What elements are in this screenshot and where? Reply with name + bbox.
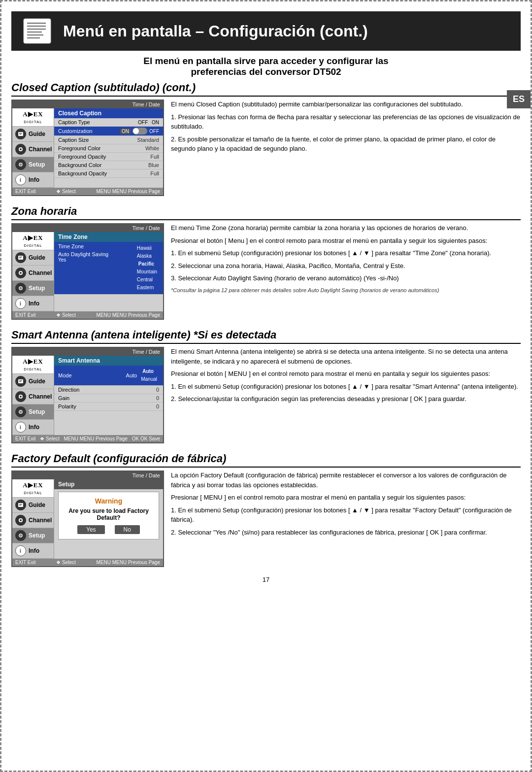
tz-sidebar-info: i Info <box>12 296 54 311</box>
svg-point-37 <box>20 535 21 536</box>
sa-sidebar-guide: Guide <box>12 374 54 389</box>
apex-logo-sa: A▶EX DIGITAL <box>12 356 54 374</box>
closed-caption-title: Closed Caption (subtitulado) (cont.) <box>11 81 521 97</box>
channel-icon-fd <box>15 515 26 526</box>
cc-row-bg-opacity: Background Opacity Full <box>54 169 163 178</box>
cc-description: El menú Closed Caption (subtitulado) per… <box>171 100 521 196</box>
channel-icon-tz <box>15 268 26 278</box>
fd-warning-text: Are you sure to load Factory Default? <box>64 507 154 521</box>
tz-main-panel: Time Zone Time Zone Auto Daylight Saving… <box>54 232 163 311</box>
smart-option-manual: Manual <box>141 375 157 383</box>
fd-btn-no[interactable]: No <box>115 525 140 534</box>
tz-options-list: Hawaii Alaska Pacific Mountain Central E… <box>135 243 159 293</box>
setup-icon-cc <box>15 159 26 170</box>
smart-antenna-content: Time / Date A▶EX DIGITAL Guide <box>11 347 521 443</box>
tz-option-eastern: Eastern <box>137 284 157 292</box>
closed-caption-menu: Time / Date A▶EX DIGITAL Guide <box>11 100 164 196</box>
info-icon-fd: i <box>15 545 26 556</box>
sa-description: El menú Smart Antenna (antena inteligent… <box>171 347 521 443</box>
smart-antenna-title: Smart Antenna (antena inteligente) *Si e… <box>11 329 521 344</box>
info-icon-sa: i <box>15 422 26 433</box>
cc-row-fg-opacity: Foreground Opacity Full <box>54 153 163 161</box>
tz-option-alaska: Alaska <box>137 252 157 260</box>
tz-description: El menú Time Zone (zona horaria) permite… <box>171 223 521 320</box>
sa-sidebar: A▶EX DIGITAL Guide Channel <box>12 356 54 435</box>
zona-horaria-menu: Time / Date A▶EX DIGITAL Guide <box>11 223 164 320</box>
svg-point-21 <box>20 288 21 289</box>
fd-panel-title: Setup <box>54 479 163 489</box>
factory-default-menu: Time / Date A▶EX DIGITAL Guide <box>11 470 164 567</box>
page-number: 17 <box>11 576 521 583</box>
svg-rect-0 <box>24 19 51 43</box>
apex-logo-fd: A▶EX DIGITAL <box>12 479 54 498</box>
page-title: Menú en pantalla – Configuración (cont.) <box>63 22 368 40</box>
info-icon-cc: i <box>15 174 26 185</box>
zona-horaria-content: Time / Date A▶EX DIGITAL Guide <box>11 223 521 320</box>
cc-row-caption-type: Caption Type OFF ON <box>54 118 163 127</box>
cc-customization-toggle: ON OFF <box>120 128 159 134</box>
svg-point-35 <box>20 519 22 521</box>
svg-point-29 <box>20 411 21 412</box>
guide-icon-fd <box>15 500 26 510</box>
manual-icon <box>21 16 56 46</box>
tz-option-hawaii: Hawaii <box>137 244 157 252</box>
tz-time-date: Time / Date <box>12 224 163 232</box>
tz-menu-inner: A▶EX DIGITAL Guide Channel <box>12 232 163 311</box>
cc-toggle-area: OFF ON <box>138 120 159 125</box>
factory-default-title: Factory Default (configuración de fábric… <box>11 452 521 468</box>
page: ES Menú en pantalla – Configuración (con… <box>0 0 532 772</box>
svg-rect-16 <box>19 257 22 257</box>
svg-rect-24 <box>19 380 22 381</box>
svg-rect-9 <box>19 134 21 134</box>
cc-footer: EXIT Exit ❖ Select MENU MENU Previous Pa… <box>12 188 163 195</box>
setup-icon-fd <box>15 530 26 541</box>
setup-icon-tz <box>15 283 26 294</box>
cc-sidebar-info: i Info <box>12 172 54 188</box>
closed-caption-content: Time / Date A▶EX DIGITAL Guide <box>11 100 521 196</box>
fd-warning-buttons: Yes No <box>64 525 154 534</box>
sa-panel-title: Smart Antenna <box>54 356 163 366</box>
fd-description: La opción Factory Default (configuración… <box>171 470 521 567</box>
fd-main-panel: Setup Warning Are you sure to load Facto… <box>54 479 163 559</box>
fd-warning-title: Warning <box>64 497 154 505</box>
cc-time-date: Time / Date <box>12 101 163 108</box>
closed-caption-section: Closed Caption (subtitulado) (cont.) Tim… <box>11 81 521 196</box>
fd-warning-box: Warning Are you sure to load Factory Def… <box>58 492 159 539</box>
tz-sidebar: A▶EX DIGITAL Guide Channel <box>12 232 54 311</box>
fd-menu-inner: A▶EX DIGITAL Guide Channel <box>12 479 163 559</box>
subtitle-line1: El menú en pantalla sirve para acceder y… <box>11 56 521 67</box>
tz-row-timezone: Time Zone Auto Daylight Saving Yes Hawai… <box>54 242 163 295</box>
sa-menu-inner: A▶EX DIGITAL Guide Channel <box>12 356 163 435</box>
subtitle-line2: preferencias del conversor DT502 <box>11 67 521 77</box>
tz-sidebar-setup: Setup <box>12 281 54 296</box>
info-icon-tz: i <box>15 298 26 309</box>
smart-option-auto: Auto <box>141 368 157 375</box>
sa-sidebar-info: i Info <box>12 420 54 435</box>
fd-sidebar-info: i Info <box>12 543 54 559</box>
fd-sidebar-setup: Setup <box>12 528 54 543</box>
cc-sidebar-channel: Channel <box>12 142 54 157</box>
fd-btn-yes[interactable]: Yes <box>77 525 105 534</box>
cc-row-caption-size: Caption Size Standard <box>54 136 163 144</box>
factory-default-section: Factory Default (configuración de fábric… <box>11 452 521 567</box>
tz-option-central: Central <box>137 276 157 284</box>
channel-icon <box>15 144 26 155</box>
sa-row-mode: Mode Auto Auto Manual <box>54 366 163 386</box>
factory-default-content: Time / Date A▶EX DIGITAL Guide <box>11 470 521 567</box>
smart-options-list: Auto Manual <box>139 367 159 384</box>
cc-row-customization: Customization ON OFF <box>54 127 163 136</box>
es-badge: ES <box>507 90 531 108</box>
cc-toggle-switch[interactable] <box>133 128 147 134</box>
sa-row-direction: Direction 0 <box>54 386 163 394</box>
smart-antenna-section: Smart Antenna (antena inteligente) *Si e… <box>11 329 521 443</box>
apex-logo-tz: A▶EX DIGITAL <box>12 232 54 250</box>
sa-time-date: Time / Date <box>12 348 163 356</box>
svg-point-19 <box>20 272 22 274</box>
fd-footer: EXIT Exit ❖ Select MENU MENU Previous Pa… <box>12 559 163 566</box>
smart-antenna-menu: Time / Date A▶EX DIGITAL Guide <box>11 347 164 443</box>
apex-logo-cc: A▶EX DIGITAL <box>12 108 54 127</box>
cc-panel-title: Closed Caption <box>54 108 163 118</box>
svg-text:i: i <box>20 301 21 306</box>
svg-point-13 <box>20 164 21 165</box>
channel-icon-sa <box>15 391 26 402</box>
